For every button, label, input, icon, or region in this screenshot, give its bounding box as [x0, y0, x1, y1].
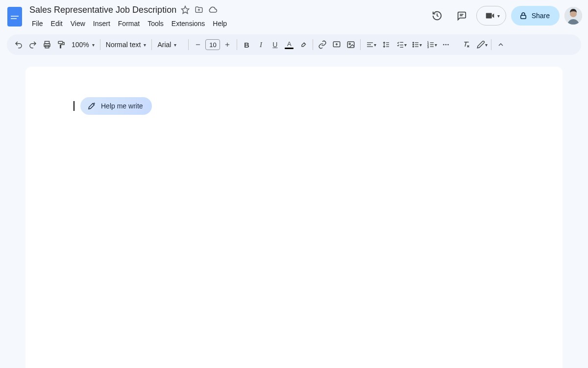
chevron-down-icon: ▾	[374, 42, 376, 48]
header-right: ▾ Share	[427, 4, 582, 27]
clear-formatting-button[interactable]	[460, 38, 473, 52]
history-icon[interactable]	[427, 6, 447, 26]
docs-logo-icon	[7, 7, 22, 26]
help-me-write-label: Help me write	[101, 102, 143, 110]
svg-point-40	[445, 44, 447, 46]
document-title[interactable]: Sales Representative Job Description	[29, 5, 176, 15]
separator	[360, 39, 361, 50]
undo-button[interactable]	[12, 38, 25, 52]
chevron-down-icon: ▾	[92, 42, 95, 48]
chevron-down-icon: ▾	[144, 42, 146, 48]
paint-format-button[interactable]	[54, 38, 68, 52]
numbered-list-button[interactable]: 123 ▾	[424, 38, 439, 52]
avatar-image	[564, 7, 582, 25]
line-spacing-button[interactable]	[378, 38, 393, 52]
checklist-button[interactable]: ▾	[393, 38, 408, 52]
separator	[313, 39, 313, 50]
paragraph-style-select[interactable]: Normal text ▾	[103, 38, 149, 52]
title-row: Sales Representative Job Description	[27, 4, 427, 16]
svg-point-29	[413, 46, 414, 47]
separator	[188, 39, 189, 50]
insert-comment-button[interactable]	[330, 38, 343, 52]
chevron-down-icon: ▾	[174, 42, 176, 48]
move-icon[interactable]	[194, 5, 204, 15]
separator	[491, 39, 491, 50]
meet-button[interactable]: ▾	[476, 6, 506, 26]
svg-point-28	[413, 44, 414, 45]
zoom-select[interactable]: 100% ▾	[69, 38, 98, 52]
menu-help[interactable]: Help	[209, 18, 230, 29]
lock-icon	[519, 11, 528, 20]
share-button[interactable]: Share	[511, 6, 560, 26]
decrease-font-size-button[interactable]	[191, 38, 205, 52]
editing-mode-button[interactable]: ▾	[474, 38, 489, 52]
svg-point-27	[413, 42, 414, 43]
menu-insert[interactable]: Insert	[90, 18, 114, 29]
svg-rect-3	[520, 15, 526, 19]
font-size-input[interactable]: 10	[205, 39, 220, 50]
title-block: Sales Representative Job Description Fil…	[27, 4, 427, 29]
underline-button[interactable]: U	[268, 38, 282, 52]
font-select[interactable]: Arial ▾	[154, 38, 186, 52]
menu-view[interactable]: View	[67, 18, 89, 29]
menu-edit[interactable]: Edit	[48, 18, 66, 29]
bulleted-list-button[interactable]: ▾	[409, 38, 423, 52]
chevron-down-icon: ▾	[485, 42, 488, 48]
text-color-button[interactable]: A	[282, 38, 296, 52]
svg-point-41	[448, 44, 449, 46]
print-button[interactable]	[40, 38, 54, 52]
highlight-color-button[interactable]	[296, 38, 310, 52]
header: Sales Representative Job Description Fil…	[0, 0, 588, 31]
chevron-down-icon: ▾	[404, 42, 407, 48]
svg-rect-16	[348, 42, 355, 48]
comments-icon[interactable]	[452, 6, 471, 26]
text-cursor	[74, 101, 74, 111]
collapse-toolbar-button[interactable]	[494, 38, 508, 52]
increase-font-size-button[interactable]	[220, 38, 234, 52]
menu-format[interactable]: Format	[115, 18, 143, 29]
chevron-down-icon: ▾	[419, 42, 422, 48]
document-page[interactable]: Help me write	[25, 67, 563, 368]
insert-link-button[interactable]	[316, 38, 329, 52]
more-button[interactable]	[439, 38, 453, 52]
svg-marker-0	[182, 6, 189, 14]
zoom-value: 100%	[72, 41, 89, 49]
menu-file[interactable]: File	[28, 18, 47, 29]
svg-text:3: 3	[427, 46, 429, 49]
document-canvas: Help me write	[0, 60, 588, 368]
pencil-sparkle-icon	[87, 102, 96, 110]
menu-extensions[interactable]: Extensions	[168, 18, 208, 29]
chevron-down-icon: ▾	[435, 42, 437, 48]
separator	[151, 39, 152, 50]
svg-point-39	[443, 44, 445, 46]
avatar[interactable]	[564, 7, 582, 25]
align-button[interactable]: ▾	[363, 38, 378, 52]
video-icon	[485, 10, 495, 21]
bold-button[interactable]: B	[240, 38, 253, 52]
svg-rect-9	[58, 41, 63, 44]
share-label: Share	[532, 12, 550, 20]
svg-point-17	[349, 43, 351, 45]
menu-tools[interactable]: Tools	[144, 18, 167, 29]
separator	[100, 39, 100, 50]
chevron-down-icon: ▾	[497, 13, 500, 19]
separator	[237, 39, 237, 50]
toolbar: 100% ▾ Normal text ▾ Arial ▾ 10 B I U A	[7, 34, 581, 55]
insert-image-button[interactable]	[344, 38, 358, 52]
star-icon[interactable]	[180, 5, 190, 15]
redo-button[interactable]	[26, 38, 40, 52]
menu-bar: File Edit View Insert Format Tools Exten…	[27, 16, 427, 29]
help-me-write-button[interactable]: Help me write	[80, 97, 152, 115]
cloud-status-icon[interactable]	[208, 5, 218, 15]
paragraph-style-value: Normal text	[106, 41, 141, 49]
italic-button[interactable]: I	[254, 38, 268, 52]
docs-logo[interactable]	[6, 5, 24, 28]
font-value: Arial	[157, 41, 171, 49]
